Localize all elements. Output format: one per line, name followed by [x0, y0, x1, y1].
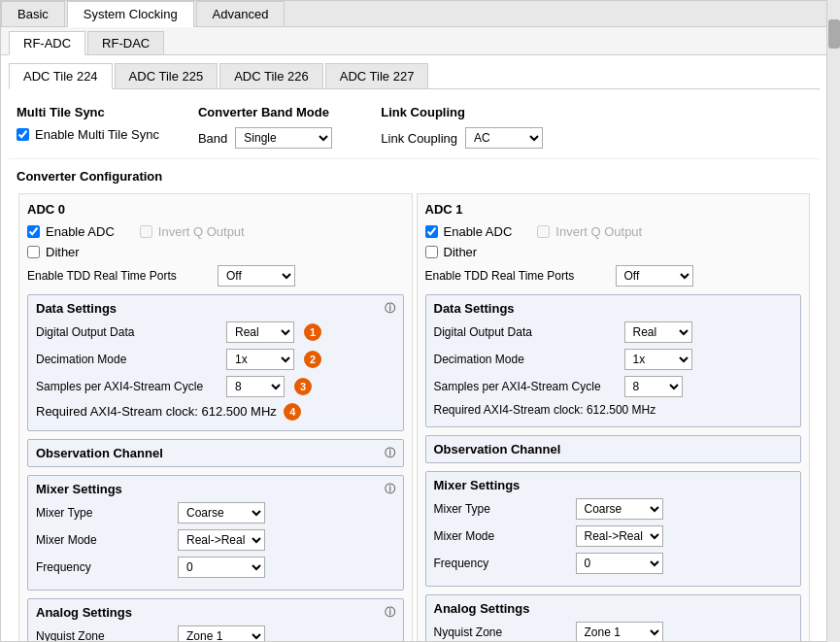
adc0-enable-checkbox[interactable] [27, 225, 40, 238]
adc1-decimation-label: Decimation Mode [434, 353, 619, 366]
band-label: Band [198, 131, 227, 146]
adc0-data-settings: Data Settings ⓘ Digital Output Data Real… [27, 294, 404, 431]
adc1-frequency-label: Frequency [434, 557, 570, 570]
adc-columns: ADC 0 Enable ADC Invert Q Output Dither … [9, 187, 820, 641]
adc1-dither-row: Dither [425, 245, 802, 259]
adc0-mixer-info[interactable]: ⓘ [385, 482, 395, 496]
adc1-obs-title: Observation Channel [434, 442, 793, 456]
adc1-enable-row: Enable ADC Invert Q Output [425, 224, 802, 239]
adc0-digital-output-select[interactable]: Real IQ [226, 321, 294, 343]
adc1-digital-output-row: Digital Output Data Real IQ [434, 321, 793, 343]
adc1-analog-settings: Analog Settings Nyquist Zone Zone 1 Zone… [425, 594, 802, 641]
adc0-analog-title: Analog Settings ⓘ [36, 605, 395, 620]
adc0-title: ADC 0 [27, 202, 404, 217]
adc0-samples-label: Samples per AXI4-Stream Cycle [36, 380, 220, 393]
adc0-mixer-mode-select[interactable]: Real->Real Real->IQ [178, 529, 265, 551]
top-tabs: Basic System Clocking Advanced [1, 1, 839, 27]
scrollbar[interactable] [826, 0, 840, 642]
adc1-samples-label: Samples per AXI4-Stream Cycle [434, 380, 619, 393]
adc0-enable-label: Enable ADC [46, 224, 115, 239]
adc1-nyquist-label: Nyquist Zone [434, 625, 570, 639]
adc0-frequency-row: Frequency 0 Fs/2 Fs/4 [36, 557, 395, 578]
adc0-clock-label: Required AXI4-Stream clock: 612.500 MHz … [36, 403, 395, 421]
adc1-dither-checkbox[interactable] [425, 246, 438, 258]
scroll-area: ADC Tile 224 ADC Tile 225 ADC Tile 226 A… [1, 55, 839, 641]
tab-advanced[interactable]: Advanced [196, 1, 286, 26]
enable-multi-tile-sync-row: Enable Multi Tile Sync [17, 127, 159, 142]
adc0-tdd-row: Enable TDD Real Time Ports Off On [27, 265, 404, 287]
tab-rf-dac[interactable]: RF-DAC [87, 31, 164, 54]
link-coupling-row: Link Coupling AC DC [381, 127, 543, 149]
link-coupling-field-label: Link Coupling [381, 131, 457, 146]
adc0-obs-info[interactable]: ⓘ [385, 446, 395, 460]
adc0-dither-row: Dither [27, 245, 404, 259]
tab-adc-tile-227[interactable]: ADC Tile 227 [325, 63, 429, 88]
tab-adc-tile-226[interactable]: ADC Tile 226 [219, 63, 323, 88]
adc1-decimation-row: Decimation Mode 1x 2x 4x 8x [434, 349, 793, 370]
adc1-mixer-mode-select[interactable]: Real->Real Real->IQ [576, 525, 663, 547]
band-row: Band Single Dual [198, 127, 332, 149]
adc0-samples-row: Samples per AXI4-Stream Cycle 8 4 2 1 3 [36, 376, 395, 397]
adc1-frequency-row: Frequency 0 Fs/2 Fs/4 [434, 553, 793, 574]
adc0-nyquist-select[interactable]: Zone 1 Zone 2 [178, 625, 265, 641]
adc1-tdd-select[interactable]: Off On [616, 265, 693, 287]
adc1-tdd-row: Enable TDD Real Time Ports Off On [425, 265, 802, 287]
adc1-samples-select[interactable]: 8 4 2 1 [624, 376, 683, 397]
adc1-invert-q-checkbox [537, 225, 550, 238]
adc1-decimation-select[interactable]: 1x 2x 4x 8x [624, 349, 692, 370]
adc1-mixer-type-select[interactable]: Coarse Fine Off [576, 498, 663, 520]
adc0-analog-settings: Analog Settings ⓘ Nyquist Zone Zone 1 Zo… [27, 598, 404, 641]
enable-multi-tile-sync-checkbox[interactable] [17, 128, 29, 141]
adc1-tdd-label: Enable TDD Real Time Ports [425, 269, 610, 283]
adc0-frequency-select[interactable]: 0 Fs/2 Fs/4 [178, 557, 265, 578]
adc0-decimation-row: Decimation Mode 1x 2x 4x 8x 2 [36, 349, 395, 370]
adc-tile-tabs: ADC Tile 224 ADC Tile 225 ADC Tile 226 A… [9, 63, 820, 89]
adc1-dither-label: Dither [444, 245, 478, 259]
adc0-data-settings-info[interactable]: ⓘ [385, 301, 395, 316]
tab-system-clocking[interactable]: System Clocking [67, 1, 194, 27]
adc1-observation-channel: Observation Channel [425, 435, 802, 463]
adc0-samples-select[interactable]: 8 4 2 1 [226, 376, 285, 397]
tab-rf-adc[interactable]: RF-ADC [9, 31, 85, 55]
adc0-badge3: 3 [294, 378, 312, 395]
adc1-mixer-mode-row: Mixer Mode Real->Real Real->IQ [434, 525, 793, 547]
adc0-digital-output-row: Digital Output Data Real IQ 1 [36, 321, 395, 343]
tab-adc-tile-225[interactable]: ADC Tile 225 [115, 63, 218, 88]
adc1-enable-label: Enable ADC [444, 224, 513, 239]
link-coupling-select[interactable]: AC DC [465, 127, 543, 149]
adc0-tdd-select[interactable]: Off On [218, 265, 295, 287]
link-coupling-section: Link Coupling Link Coupling AC DC [381, 105, 543, 149]
band-select[interactable]: Single Dual [235, 127, 332, 149]
scrollbar-thumb[interactable] [828, 19, 840, 49]
adc0-decimation-select[interactable]: 1x 2x 4x 8x [226, 349, 294, 370]
adc1-digital-output-select[interactable]: Real IQ [624, 321, 692, 343]
tab-basic[interactable]: Basic [1, 1, 65, 26]
adc0-dither-checkbox[interactable] [27, 246, 40, 258]
converter-band-mode-label: Converter Band Mode [198, 105, 332, 119]
converter-band-mode-section: Converter Band Mode Band Single Dual [198, 105, 332, 149]
adc1-nyquist-select[interactable]: Zone 1 Zone 2 [576, 622, 663, 641]
adc0-mixer-type-select[interactable]: Coarse Fine Off [178, 502, 265, 524]
adc1-clock-label: Required AXI4-Stream clock: 612.500 MHz [434, 403, 793, 417]
adc0-observation-channel: Observation Channel ⓘ [27, 439, 404, 467]
multi-tile-sync-label: Multi Tile Sync [17, 105, 159, 119]
adc0-mixer-settings: Mixer Settings ⓘ Mixer Type Coarse Fine … [27, 475, 404, 591]
adc1-mixer-title: Mixer Settings [434, 478, 793, 492]
adc1-nyquist-row: Nyquist Zone Zone 1 Zone 2 [434, 622, 793, 641]
adc1-data-settings-title: Data Settings [434, 301, 793, 316]
adc0-analog-info[interactable]: ⓘ [385, 605, 395, 620]
adc0-tdd-label: Enable TDD Real Time Ports [27, 269, 212, 283]
adc0-badge4: 4 [284, 403, 301, 421]
adc0-badge1: 1 [304, 323, 321, 341]
adc1-frequency-select[interactable]: 0 Fs/2 Fs/4 [576, 553, 663, 574]
enable-multi-tile-sync-text: Enable Multi Tile Sync [35, 127, 159, 142]
adc0-obs-title: Observation Channel ⓘ [36, 446, 395, 460]
adc1-mixer-settings: Mixer Settings Mixer Type Coarse Fine Of… [425, 471, 802, 587]
adc0-invert-q-label: Invert Q Output [158, 224, 245, 239]
adc0-invert-q-checkbox [140, 225, 152, 238]
tab-adc-tile-224[interactable]: ADC Tile 224 [9, 63, 113, 89]
adc0-mixer-mode-label: Mixer Mode [36, 533, 172, 547]
adc0-enable-row: Enable ADC Invert Q Output [27, 224, 404, 239]
adc1-invert-q-label: Invert Q Output [555, 224, 642, 239]
adc1-enable-checkbox[interactable] [425, 225, 438, 238]
